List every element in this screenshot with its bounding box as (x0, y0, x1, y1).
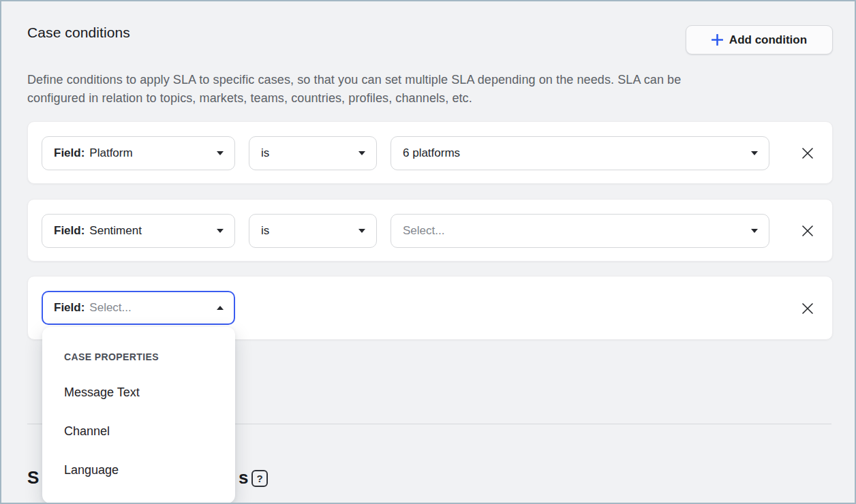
remove-condition-button[interactable] (793, 138, 823, 168)
value-select-placeholder: Select... (403, 224, 444, 238)
chevron-up-icon (217, 306, 224, 310)
page-title: Case conditions (27, 25, 130, 41)
sla-case-conditions-page: Case conditions Add condition Define con… (0, 0, 856, 504)
value-select[interactable]: Select... (391, 214, 769, 248)
plus-icon (712, 34, 723, 46)
description-line: Define conditions to apply SLA to specif… (27, 71, 681, 89)
dropdown-option-message-text[interactable]: Message Text (42, 375, 235, 410)
remove-condition-button[interactable] (793, 294, 823, 324)
operator-select-value: is (261, 146, 269, 160)
field-options-dropdown: CASE PROPERTIES Message Text Channel Lan… (42, 327, 235, 503)
next-section-heading-fragment: s (239, 467, 248, 488)
value-select-value: 6 platforms (403, 146, 460, 160)
section-description: Define conditions to apply SLA to specif… (27, 71, 681, 108)
close-icon (800, 146, 815, 161)
field-select-placeholder: Select... (89, 301, 131, 315)
field-select-label: Field: (54, 224, 85, 238)
field-select-value: Platform (89, 146, 132, 160)
operator-select[interactable]: is (249, 214, 377, 248)
remove-condition-button[interactable] (793, 216, 823, 246)
condition-row-1: Field: Platform is 6 platforms (27, 121, 833, 184)
chevron-down-icon (217, 151, 224, 155)
field-select-label: Field: (54, 301, 85, 315)
dropdown-group-label: CASE PROPERTIES (64, 351, 159, 362)
operator-select-value: is (261, 224, 269, 238)
value-select[interactable]: 6 platforms (391, 136, 769, 170)
add-condition-button[interactable]: Add condition (686, 25, 833, 54)
description-line: configured in relation to topics, market… (27, 89, 681, 108)
close-icon (800, 301, 815, 316)
add-condition-label: Add condition (729, 33, 807, 47)
field-select[interactable]: Field: Sentiment (42, 214, 235, 248)
chevron-down-icon (751, 151, 758, 155)
chevron-down-icon (217, 229, 224, 233)
operator-select[interactable]: is (249, 136, 377, 170)
field-select-open[interactable]: Field: Select... (42, 291, 235, 325)
dropdown-option-channel[interactable]: Channel (42, 413, 235, 449)
dropdown-option-language[interactable]: Language (42, 452, 235, 488)
chevron-down-icon (358, 229, 365, 233)
help-icon[interactable]: ? (251, 470, 268, 487)
field-select[interactable]: Field: Platform (42, 136, 235, 170)
chevron-down-icon (358, 151, 365, 155)
close-icon (800, 223, 815, 238)
next-section-heading-fragment: S (27, 467, 39, 488)
field-select-value: Sentiment (89, 224, 142, 238)
condition-row-2: Field: Sentiment is Select... (27, 199, 833, 262)
field-select-label: Field: (54, 146, 85, 160)
chevron-down-icon (751, 229, 758, 233)
